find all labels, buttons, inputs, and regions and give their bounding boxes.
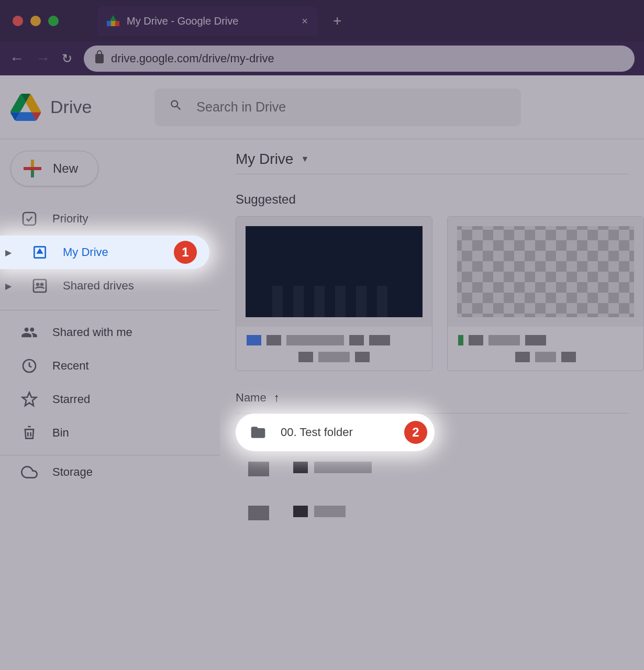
file-row-test-folder[interactable]: 00. Test folder 2 bbox=[236, 414, 435, 451]
sidebar-item-label: Shared with me bbox=[52, 326, 132, 339]
sidebar-item-bin[interactable]: Bin bbox=[0, 416, 220, 450]
svg-rect-0 bbox=[23, 213, 36, 225]
sidebar-item-label: Recent bbox=[52, 359, 89, 373]
svg-point-3 bbox=[41, 283, 43, 285]
folder-icon bbox=[248, 424, 268, 441]
file-row-name: 00. Test folder bbox=[281, 426, 353, 439]
drive-header: Drive bbox=[0, 75, 644, 139]
drive-logo[interactable]: Drive bbox=[10, 94, 92, 121]
file-row-blurred[interactable] bbox=[236, 462, 644, 476]
browser-tab[interactable]: My Drive - Google Drive × bbox=[97, 6, 317, 36]
sidebar-item-my-drive[interactable]: ▶ My Drive 1 bbox=[0, 236, 209, 269]
reload-button[interactable]: ↻ bbox=[62, 51, 72, 66]
sidebar-item-recent[interactable]: Recent bbox=[0, 349, 220, 383]
suggested-card[interactable] bbox=[447, 216, 644, 371]
sidebar-item-label: Starred bbox=[52, 393, 90, 406]
drive-app: Drive New Priority ▶ bbox=[0, 75, 644, 670]
url-text: drive.google.com/drive/my-drive bbox=[111, 52, 274, 65]
sidebar-item-label: My Drive bbox=[63, 245, 108, 259]
search-icon bbox=[169, 98, 183, 116]
svg-point-2 bbox=[37, 283, 39, 285]
sidebar-item-shared-with-me[interactable]: Shared with me bbox=[0, 316, 220, 349]
chevron-down-icon: ▼ bbox=[301, 154, 309, 164]
sidebar-item-priority[interactable]: Priority bbox=[0, 202, 220, 236]
sidebar-item-label: Priority bbox=[52, 212, 88, 226]
browser-toolbar: ← → ↻ drive.google.com/drive/my-drive bbox=[0, 42, 644, 75]
sort-arrow-icon: ↑ bbox=[274, 391, 280, 405]
sidebar-item-shared-drives[interactable]: ▶ Shared drives bbox=[0, 269, 220, 303]
suggested-heading: Suggested bbox=[236, 192, 644, 207]
traffic-lights bbox=[0, 16, 71, 26]
main-content: My Drive ▼ Suggested bbox=[220, 139, 644, 670]
breadcrumb[interactable]: My Drive ▼ bbox=[236, 151, 628, 174]
plus-icon bbox=[24, 160, 41, 177]
new-tab-button[interactable]: + bbox=[333, 13, 341, 29]
tab-title: My Drive - Google Drive bbox=[127, 15, 238, 27]
nav-list: Priority ▶ My Drive 1 ▶ Shared drives bbox=[0, 202, 220, 489]
suggested-row bbox=[236, 216, 644, 371]
annotation-badge-1: 1 bbox=[174, 241, 197, 264]
sidebar-item-label: Bin bbox=[52, 426, 69, 440]
sidebar-item-label: Storage bbox=[52, 465, 93, 479]
product-name: Drive bbox=[50, 97, 92, 117]
close-tab-icon[interactable]: × bbox=[302, 15, 308, 27]
column-name: Name bbox=[236, 391, 267, 405]
minimize-window-button[interactable] bbox=[30, 16, 41, 26]
svg-rect-1 bbox=[34, 280, 46, 292]
browser-chrome: My Drive - Google Drive × + bbox=[0, 0, 644, 42]
forward-button[interactable]: → bbox=[36, 50, 50, 67]
back-button[interactable]: ← bbox=[9, 50, 24, 67]
lock-icon bbox=[95, 54, 104, 63]
sidebar-item-storage[interactable]: Storage bbox=[0, 455, 220, 489]
file-list-header[interactable]: Name ↑ bbox=[236, 391, 628, 414]
sidebar-item-label: Shared drives bbox=[63, 279, 134, 293]
drive-favicon-icon bbox=[107, 15, 119, 27]
close-window-button[interactable] bbox=[13, 16, 23, 26]
drive-logo-icon bbox=[10, 94, 41, 121]
new-button-label: New bbox=[53, 161, 78, 176]
file-row-blurred[interactable] bbox=[236, 506, 644, 520]
breadcrumb-label: My Drive bbox=[236, 151, 293, 168]
suggested-thumbnail bbox=[236, 217, 432, 327]
sidebar-item-starred[interactable]: Starred bbox=[0, 383, 220, 416]
sidebar: New Priority ▶ My Drive 1 ▶ Shared drive… bbox=[0, 139, 220, 670]
expand-icon[interactable]: ▶ bbox=[5, 281, 19, 291]
url-bar[interactable]: drive.google.com/drive/my-drive bbox=[84, 46, 635, 72]
annotation-badge-2: 2 bbox=[404, 421, 427, 444]
search-input[interactable] bbox=[196, 99, 506, 115]
suggested-thumbnail bbox=[448, 217, 643, 327]
drive-body: New Priority ▶ My Drive 1 ▶ Shared drive… bbox=[0, 139, 644, 670]
suggested-card[interactable] bbox=[236, 216, 432, 371]
expand-icon[interactable]: ▶ bbox=[5, 248, 19, 258]
new-button[interactable]: New bbox=[10, 151, 98, 186]
maximize-window-button[interactable] bbox=[48, 16, 59, 26]
search-box[interactable] bbox=[154, 88, 521, 126]
